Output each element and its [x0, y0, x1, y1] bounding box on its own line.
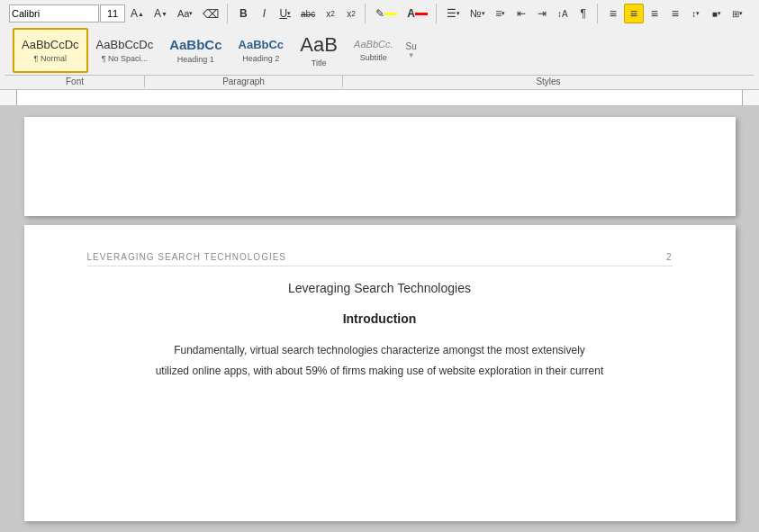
- list-group: ☰▾ №▾ ≡▾ ⇤ ⇥ ↕A ¶: [438, 4, 598, 23]
- ruler: [0, 90, 759, 106]
- document-body: Fundamentally, virtual search technologi…: [87, 340, 673, 382]
- styles-section: AaBbCcDc ¶ Normal AaBbCcDc ¶ No Spaci...…: [5, 26, 754, 75]
- justify-button[interactable]: ≡: [665, 4, 685, 23]
- body-line2: utilized online apps, with about 59% of …: [156, 365, 604, 377]
- font-shrink-button[interactable]: A▼: [149, 4, 172, 23]
- styles-section-label: Styles: [343, 76, 754, 87]
- borders-button[interactable]: ⊞▾: [727, 4, 747, 23]
- underline-button[interactable]: U▾: [275, 4, 295, 23]
- style-heading2[interactable]: AaBbCc Heading 2: [230, 28, 293, 73]
- strikethrough-button[interactable]: abc: [296, 4, 320, 23]
- increase-indent-button[interactable]: ⇥: [532, 4, 552, 23]
- align-left-button[interactable]: ≡: [603, 4, 623, 23]
- font-grow-button[interactable]: A▲: [126, 4, 149, 23]
- paragraph-section-label: Paragraph: [145, 76, 343, 87]
- page-2: LEVERAGING SEARCH TECHNOLOGIES 2 Leverag…: [24, 225, 736, 521]
- header-text: LEVERAGING SEARCH TECHNOLOGIES: [87, 252, 287, 262]
- toolbar: A▲ A▼ Aa▾ ⌫ B I U▾ abc x2 x2 ✎ A: [0, 0, 759, 90]
- line-spacing-button[interactable]: ↕▾: [686, 4, 706, 23]
- body-line1: Fundamentally, virtual search technologi…: [174, 344, 585, 356]
- style-no-spacing[interactable]: AaBbCcDc ¶ No Spaci...: [88, 28, 162, 73]
- style-title[interactable]: AaB Title: [292, 28, 346, 73]
- document-title: Leveraging Search Technologies: [87, 281, 673, 295]
- change-case-button[interactable]: Aa▾: [173, 4, 197, 23]
- section-labels: Font Paragraph Styles: [5, 75, 754, 87]
- bullets-button[interactable]: ☰▾: [442, 4, 465, 23]
- page-number: 2: [666, 252, 673, 262]
- page-1: [24, 117, 736, 216]
- color-group: ✎ A: [367, 4, 437, 23]
- document-area: LEVERAGING SEARCH TECHNOLOGIES 2 Leverag…: [0, 106, 759, 532]
- superscript-button[interactable]: x2: [341, 4, 361, 23]
- bold-button[interactable]: B: [233, 4, 253, 23]
- styles-ribbon: AaBbCcDc ¶ Normal AaBbCcDc ¶ No Spaci...…: [5, 26, 754, 75]
- page-header: LEVERAGING SEARCH TECHNOLOGIES 2: [87, 252, 673, 266]
- document-heading: Introduction: [87, 311, 673, 326]
- font-section-label: Font: [5, 76, 145, 87]
- align-center-button[interactable]: ≡: [624, 4, 644, 23]
- toolbar-row1: A▲ A▼ Aa▾ ⌫ B I U▾ abc x2 x2 ✎ A: [5, 4, 754, 23]
- format-group: B I U▾ abc x2 x2: [230, 4, 366, 23]
- style-more[interactable]: Su ▼: [402, 28, 421, 73]
- multilevel-button[interactable]: ≡▾: [491, 4, 511, 23]
- font-group: A▲ A▼ Aa▾ ⌫: [5, 4, 228, 23]
- show-para-button[interactable]: ¶: [574, 4, 593, 23]
- align-right-button[interactable]: ≡: [645, 4, 664, 23]
- ruler-inner: [16, 90, 743, 105]
- shading-button[interactable]: ■▾: [707, 4, 727, 23]
- style-subtitle[interactable]: AaBbCc. Subtitle: [346, 28, 401, 73]
- italic-button[interactable]: I: [254, 4, 274, 23]
- text-highlight-button[interactable]: ✎: [371, 4, 402, 23]
- sort-button[interactable]: ↕A: [553, 4, 573, 23]
- font-color-button[interactable]: A: [402, 4, 432, 23]
- numbering-button[interactable]: №▾: [465, 4, 490, 23]
- clear-format-button[interactable]: ⌫: [198, 4, 223, 23]
- decrease-indent-button[interactable]: ⇤: [511, 4, 531, 23]
- font-size-input[interactable]: [100, 5, 125, 23]
- style-heading1[interactable]: AaBbCc Heading 1: [161, 28, 230, 73]
- font-name-input[interactable]: [9, 5, 99, 23]
- align-group: ≡ ≡ ≡ ≡ ↕▾ ■▾ ⊞▾: [600, 4, 751, 23]
- subscript-button[interactable]: x2: [321, 4, 340, 23]
- style-normal[interactable]: AaBbCcDc ¶ Normal: [13, 28, 88, 73]
